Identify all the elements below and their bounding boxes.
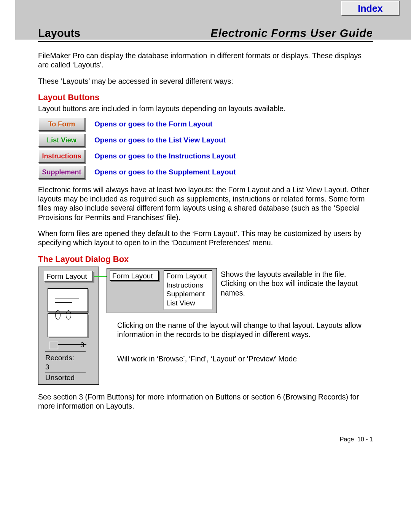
list-view-button[interactable]: List View [38,133,85,147]
layout-option[interactable]: List View [166,299,210,308]
button-row-instructions: Instructions Opens or goes to the Instru… [38,149,373,163]
layout-popup-selected[interactable]: Form Layout [44,271,93,281]
to-form-desc: Opens or goes to the Form Layout [94,120,212,128]
doc-title: Electronic Forms User Guide [210,27,373,40]
layouts-explanation-1: Electronic forms will always have at lea… [38,185,373,222]
records-count: 3 [45,363,49,371]
instructions-button[interactable]: Instructions [38,149,85,163]
button-row-supplement: Supplement Opens or goes to the Suppleme… [38,165,373,179]
layout-option[interactable]: Instructions [166,281,210,290]
layout-popup-expanded[interactable]: Form Layout [110,270,159,281]
records-label: Records: [45,354,74,362]
sort-state: Unsorted [45,374,75,382]
page-footer: Page 10 - 1 [340,436,373,443]
layout-option[interactable]: Form Layout [166,272,210,281]
layouts-explanation-2: When form files are opened they default … [38,229,373,248]
button-row-list-view: List View Opens or goes to the List View… [38,133,373,147]
layout-buttons-intro: Layout buttons are included in form layo… [38,104,373,113]
supplement-button[interactable]: Supplement [38,165,85,179]
heading-layout-dialog: The Layout Dialog Box [38,254,373,264]
current-record-number: 3 [80,341,84,349]
intro-para-2: These ‘Layouts’ may be accessed in sever… [38,77,373,86]
instructions-desc: Opens or goes to the Instructions Layout [94,152,236,160]
section-title: Layouts [38,27,80,40]
heading-layout-buttons: Layout Buttons [38,93,373,102]
see-also-para: See section 3 (Form Buttons) for more in… [38,392,373,411]
status-area-panel: Form Layout 3 Records: [38,267,99,385]
rolodex-ring-icon [55,310,61,320]
list-view-desc: Opens or goes to the List View Layout [94,136,226,144]
layout-name-list[interactable]: Form Layout Instructions Supplement List… [164,270,212,310]
supplement-desc: Opens or goes to the Supplement Layout [94,168,236,176]
callout-desc-modes: Will work in ‘Browse’, ‘Find’, ‘Layout’ … [117,354,373,363]
intro-para-1: FileMaker Pro can display the database i… [38,51,373,70]
layout-option[interactable]: Supplement [166,289,210,299]
index-link[interactable]: Index [341,1,400,16]
button-row-to-form: To Form Opens or goes to the Form Layout [38,117,373,131]
page-header: Layouts Electronic Forms User Guide [38,24,373,42]
layout-dialog-illustration: Form Layout 3 Records: [38,267,373,388]
rolodex-ring-icon [66,310,71,320]
to-form-button[interactable]: To Form [38,117,85,131]
callout-desc-shows: Shows the layouts available in the file.… [221,270,373,297]
callout-desc-clicking: Clicking on the name of the layout will … [117,321,373,339]
